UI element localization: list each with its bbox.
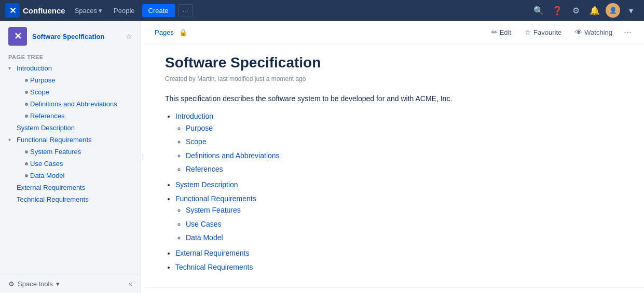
sidebar-item-label: Use Cases [30,160,63,168]
page-footer: 👍 Like Be the first to like this No labe… [144,287,644,293]
breadcrumb-separator: 🔒 [179,29,187,36]
sidebar-item-label: Data Model [30,172,64,179]
tree-dot-icon [25,91,28,94]
intro-paragraph: This specification describes the softwar… [165,93,623,104]
toc-link-introduction[interactable]: Introduction [175,112,213,120]
logo-icon: ✕ [5,3,20,18]
edit-icon: ✏ [491,28,498,36]
eye-icon: 👁 [575,28,582,36]
favourite-label: Favourite [533,29,561,36]
space-icon: ✕ [8,27,27,46]
watching-button[interactable]: 👁 Watching [571,26,616,38]
toc-link-scope[interactable]: Scope [186,137,207,146]
sidebar-item-definitions[interactable]: Definitions and Abbreviations [0,98,141,110]
star-icon: ☆ [525,28,531,36]
tree-dot-icon [25,115,28,118]
sidebar-item-use-cases[interactable]: Use Cases [0,158,141,170]
tree-dot-icon [25,162,28,165]
logo-text: Confluence [23,6,65,15]
toc-item-data-model: Data Model [186,232,623,243]
sidebar-item-label: References [30,112,64,120]
help-button[interactable]: ❓ [550,3,565,18]
toc-item-purpose: Purpose [186,122,623,134]
toc-link-technical-requirements[interactable]: Technical Requirements [175,263,253,271]
settings-button[interactable]: ⚙ [568,3,584,18]
watching-label: Watching [584,29,612,36]
search-button[interactable]: 🔍 [531,3,546,18]
toc-item-introduction: Introduction Purpose Scope Definitions a… [175,110,623,175]
spaces-chevron-icon: ▾ [99,7,102,15]
toc-link-purpose[interactable]: Purpose [186,124,213,132]
tree-dot-icon [25,103,28,106]
tree-dot-icon [25,174,28,177]
tree-dot-icon [25,79,28,82]
user-avatar[interactable]: 👤 [606,3,620,18]
space-tools-button[interactable]: ⚙ Space tools ▾ [8,280,60,288]
page-content: Software Specification Created by Martin… [144,44,644,287]
people-nav-link[interactable]: People [109,5,139,17]
edit-label: Edit [500,29,511,36]
toc-link-external-requirements[interactable]: External Requirements [175,249,249,257]
sidebar-header: ✕ Software Specification ☆ [0,21,141,49]
more-nav-button[interactable]: ··· [178,4,193,17]
sidebar-item-references[interactable]: References [0,110,141,122]
sidebar-resizer[interactable] [141,21,144,293]
content-area: Pages 🔒 ✏ Edit ☆ Favourite 👁 Watching ··… [144,21,644,293]
toc-level-2-intro: Purpose Scope Definitions and Abbreviati… [186,122,623,175]
space-tools-label: Space tools [18,280,53,288]
sidebar-item-label: Scope [30,88,49,96]
content-toolbar: Pages 🔒 ✏ Edit ☆ Favourite 👁 Watching ··… [144,21,644,44]
toc-link-functional-requirements[interactable]: Functional Requirements [175,194,256,203]
tree-toggle-icon: ▾ [8,137,15,143]
page-tree: ▾ Introduction Purpose Scope Definitions… [0,62,141,205]
toc-item-system-description: System Description [175,179,623,190]
page-meta: Created by Martin, last modified just a … [165,75,623,82]
toc-link-system-description[interactable]: System Description [175,180,238,189]
toc-level-2-functional: System Features Use Cases Data Model [186,204,623,243]
sidebar-item-label: Functional Requirements [17,136,92,144]
sidebar-collapse-button[interactable]: « [128,280,132,288]
sidebar-item-scope[interactable]: Scope [0,86,141,98]
toc-link-references[interactable]: References [186,165,223,173]
sidebar-item-functional-requirements[interactable]: ▾ Functional Requirements [0,134,141,146]
page-body: This specification describes the softwar… [165,93,623,273]
toc-link-system-features[interactable]: System Features [186,206,241,214]
sidebar-item-label: Technical Requirements [17,196,89,203]
toc-item-functional-requirements: Functional Requirements System Features … [175,193,623,244]
toc-item-scope: Scope [186,136,623,147]
star-icon[interactable]: ☆ [126,32,132,40]
toc-item-definitions: Definitions and Abbreviations [186,150,623,161]
sidebar-item-technical-requirements[interactable]: Technical Requirements [0,193,141,205]
favourite-button[interactable]: ☆ Favourite [520,26,566,38]
space-title[interactable]: Software Specification [32,33,104,40]
sidebar-item-introduction[interactable]: ▾ Introduction [0,62,141,74]
confluence-logo[interactable]: ✕ Confluence [5,3,65,18]
breadcrumb-pages[interactable]: Pages [155,29,174,36]
space-tools-chevron-icon: ▾ [56,280,60,288]
toc-link-use-cases[interactable]: Use Cases [186,220,221,228]
avatar-chevron-icon[interactable]: ▾ [623,3,639,18]
sidebar-item-external-requirements[interactable]: External Requirements [0,182,141,193]
top-navigation: ✕ Confluence Spaces ▾ People Create ··· … [0,0,644,21]
sidebar-item-label: Definitions and Abbreviations [30,100,117,108]
sidebar-item-label: Introduction [17,64,52,72]
toc-item-external-requirements: External Requirements [175,247,623,259]
sidebar-item-label: System Description [17,124,75,132]
page-tree-label: PAGE TREE [0,49,141,62]
sidebar-item-purpose[interactable]: Purpose [0,74,141,86]
edit-button[interactable]: ✏ Edit [487,26,515,38]
sidebar-item-system-description[interactable]: System Description [0,122,141,134]
notifications-button[interactable]: 🔔 [587,3,602,18]
create-button[interactable]: Create [142,4,175,17]
toc-level-1: Introduction Purpose Scope Definitions a… [175,110,623,273]
main-layout: ✕ Software Specification ☆ PAGE TREE ▾ I… [0,21,644,293]
toc-link-definitions[interactable]: Definitions and Abbreviations [186,151,280,160]
sidebar-footer: ⚙ Space tools ▾ « [0,274,141,293]
page-title: Software Specification [165,54,623,71]
toc-link-data-model[interactable]: Data Model [186,233,223,242]
sidebar-item-data-model[interactable]: Data Model [0,170,141,182]
tree-toggle-icon: ▾ [8,65,15,71]
spaces-menu[interactable]: Spaces ▾ [71,5,106,17]
more-actions-button[interactable]: ··· [622,27,634,38]
sidebar-item-system-features[interactable]: System Features [0,146,141,158]
